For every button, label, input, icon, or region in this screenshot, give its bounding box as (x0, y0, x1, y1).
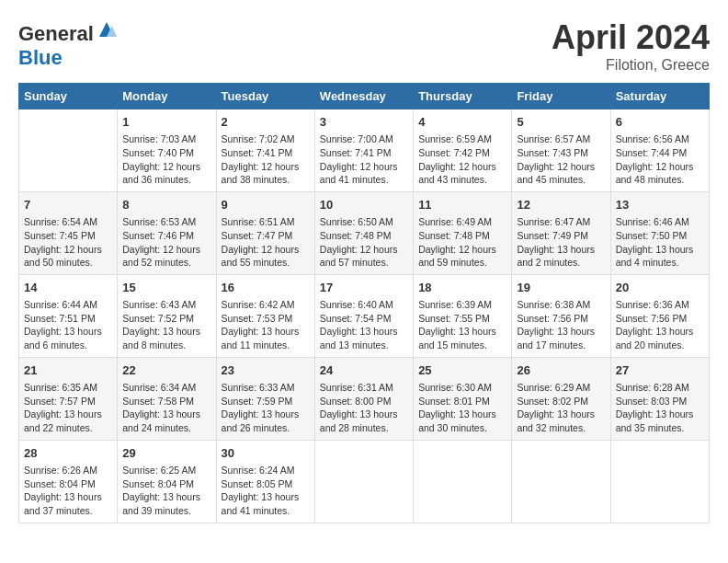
month-title: April 2024 (552, 18, 710, 57)
calendar-cell: 20Sunrise: 6:36 AM Sunset: 7:56 PM Dayli… (610, 274, 709, 357)
day-info: Sunrise: 6:33 AM Sunset: 7:59 PM Dayligh… (222, 381, 310, 435)
day-info: Sunrise: 6:47 AM Sunset: 7:49 PM Dayligh… (517, 215, 605, 270)
day-number: 26 (517, 362, 605, 379)
calendar-cell: 6Sunrise: 6:56 AM Sunset: 7:44 PM Daylig… (610, 109, 709, 192)
day-number: 18 (418, 280, 506, 296)
calendar-cell: 16Sunrise: 6:42 AM Sunset: 7:53 PM Dayli… (216, 274, 314, 357)
calendar-cell: 5Sunrise: 6:57 AM Sunset: 7:43 PM Daylig… (512, 109, 610, 192)
day-number: 16 (222, 280, 310, 296)
calendar-cell: 1Sunrise: 7:03 AM Sunset: 7:40 PM Daylig… (118, 109, 216, 192)
day-number: 24 (320, 362, 408, 379)
day-info: Sunrise: 6:54 AM Sunset: 7:45 PM Dayligh… (24, 215, 112, 270)
calendar-cell: 11Sunrise: 6:49 AM Sunset: 7:48 PM Dayli… (414, 191, 512, 274)
weekday-header: Sunday (19, 84, 118, 109)
calendar-table: SundayMondayTuesdayWednesdayThursdayFrid… (18, 83, 710, 523)
calendar-week-row: 14Sunrise: 6:44 AM Sunset: 7:51 PM Dayli… (19, 274, 710, 357)
header-row: SundayMondayTuesdayWednesdayThursdayFrid… (19, 84, 710, 109)
day-info: Sunrise: 6:57 AM Sunset: 7:43 PM Dayligh… (517, 132, 605, 187)
calendar-cell: 9Sunrise: 6:51 AM Sunset: 7:47 PM Daylig… (216, 191, 314, 274)
day-info: Sunrise: 6:38 AM Sunset: 7:56 PM Dayligh… (517, 298, 605, 352)
day-info: Sunrise: 6:35 AM Sunset: 7:57 PM Dayligh… (24, 381, 112, 435)
day-info: Sunrise: 6:43 AM Sunset: 7:52 PM Dayligh… (122, 298, 210, 352)
day-number: 6 (616, 114, 704, 131)
calendar-cell: 4Sunrise: 6:59 AM Sunset: 7:42 PM Daylig… (414, 109, 512, 192)
day-info: Sunrise: 6:29 AM Sunset: 8:02 PM Dayligh… (517, 381, 605, 435)
day-info: Sunrise: 6:31 AM Sunset: 8:00 PM Dayligh… (320, 381, 408, 435)
day-number: 27 (616, 362, 704, 379)
calendar-week-row: 21Sunrise: 6:35 AM Sunset: 7:57 PM Dayli… (19, 357, 710, 440)
day-number: 20 (616, 280, 704, 296)
calendar-cell: 27Sunrise: 6:28 AM Sunset: 8:03 PM Dayli… (610, 357, 709, 440)
day-info: Sunrise: 6:42 AM Sunset: 7:53 PM Dayligh… (222, 298, 310, 352)
calendar-cell: 18Sunrise: 6:39 AM Sunset: 7:55 PM Dayli… (414, 274, 512, 357)
day-info: Sunrise: 6:44 AM Sunset: 7:51 PM Dayligh… (24, 298, 112, 352)
day-number: 23 (222, 362, 310, 379)
calendar-cell: 15Sunrise: 6:43 AM Sunset: 7:52 PM Dayli… (118, 274, 216, 357)
calendar-cell: 26Sunrise: 6:29 AM Sunset: 8:02 PM Dayli… (512, 357, 610, 440)
day-info: Sunrise: 6:25 AM Sunset: 8:04 PM Dayligh… (122, 464, 210, 518)
day-info: Sunrise: 7:00 AM Sunset: 7:41 PM Dayligh… (320, 132, 408, 187)
day-info: Sunrise: 6:30 AM Sunset: 8:01 PM Dayligh… (418, 381, 506, 435)
day-number: 22 (122, 362, 210, 379)
day-number: 2 (222, 114, 310, 131)
day-number: 11 (418, 197, 506, 213)
day-number: 9 (222, 197, 310, 213)
day-info: Sunrise: 6:40 AM Sunset: 7:54 PM Dayligh… (320, 298, 408, 352)
logo-general: General (18, 22, 94, 45)
calendar-cell: 30Sunrise: 6:24 AM Sunset: 8:05 PM Dayli… (216, 440, 314, 523)
calendar-week-row: 7Sunrise: 6:54 AM Sunset: 7:45 PM Daylig… (19, 191, 710, 274)
weekday-header: Friday (512, 84, 610, 109)
day-number: 7 (24, 197, 112, 213)
logo-icon (96, 18, 118, 40)
day-number: 19 (517, 280, 605, 296)
calendar-cell: 17Sunrise: 6:40 AM Sunset: 7:54 PM Dayli… (314, 274, 413, 357)
calendar-cell (19, 109, 118, 192)
calendar-cell: 8Sunrise: 6:53 AM Sunset: 7:46 PM Daylig… (118, 191, 216, 274)
weekday-header: Thursday (414, 84, 512, 109)
calendar-cell: 24Sunrise: 6:31 AM Sunset: 8:00 PM Dayli… (314, 357, 413, 440)
calendar-cell: 29Sunrise: 6:25 AM Sunset: 8:04 PM Dayli… (118, 440, 216, 523)
day-info: Sunrise: 6:49 AM Sunset: 7:48 PM Dayligh… (418, 215, 506, 270)
title-block: April 2024 Filotion, Greece (552, 18, 710, 74)
day-number: 3 (320, 114, 408, 131)
day-number: 13 (616, 197, 704, 213)
day-info: Sunrise: 6:24 AM Sunset: 8:05 PM Dayligh… (222, 464, 310, 518)
day-info: Sunrise: 6:46 AM Sunset: 7:50 PM Dayligh… (616, 215, 704, 270)
day-info: Sunrise: 6:26 AM Sunset: 8:04 PM Dayligh… (24, 464, 112, 518)
day-number: 17 (320, 280, 408, 296)
day-number: 4 (418, 114, 506, 131)
calendar-cell: 2Sunrise: 7:02 AM Sunset: 7:41 PM Daylig… (216, 109, 314, 192)
weekday-header: Wednesday (314, 84, 413, 109)
calendar-cell: 14Sunrise: 6:44 AM Sunset: 7:51 PM Dayli… (19, 274, 118, 357)
day-number: 10 (320, 197, 408, 213)
day-info: Sunrise: 7:03 AM Sunset: 7:40 PM Dayligh… (122, 132, 210, 187)
weekday-header: Monday (118, 84, 216, 109)
calendar-cell: 28Sunrise: 6:26 AM Sunset: 8:04 PM Dayli… (19, 440, 118, 523)
day-number: 15 (122, 280, 210, 296)
day-info: Sunrise: 6:53 AM Sunset: 7:46 PM Dayligh… (122, 215, 210, 270)
day-number: 29 (122, 445, 210, 462)
logo-blue: Blue (18, 46, 63, 69)
weekday-header: Saturday (610, 84, 709, 109)
calendar-cell: 22Sunrise: 6:34 AM Sunset: 7:58 PM Dayli… (118, 357, 216, 440)
calendar-cell: 3Sunrise: 7:00 AM Sunset: 7:41 PM Daylig… (314, 109, 413, 192)
day-number: 1 (122, 114, 210, 131)
calendar-cell: 21Sunrise: 6:35 AM Sunset: 7:57 PM Dayli… (19, 357, 118, 440)
day-info: Sunrise: 6:51 AM Sunset: 7:47 PM Dayligh… (222, 215, 310, 270)
day-number: 12 (517, 197, 605, 213)
calendar-cell: 7Sunrise: 6:54 AM Sunset: 7:45 PM Daylig… (19, 191, 118, 274)
calendar-cell: 19Sunrise: 6:38 AM Sunset: 7:56 PM Dayli… (512, 274, 610, 357)
calendar-cell (314, 440, 413, 523)
day-info: Sunrise: 7:02 AM Sunset: 7:41 PM Dayligh… (222, 132, 310, 187)
day-info: Sunrise: 6:34 AM Sunset: 7:58 PM Dayligh… (122, 381, 210, 435)
day-number: 8 (122, 197, 210, 213)
day-number: 21 (24, 362, 112, 379)
calendar-week-row: 1Sunrise: 7:03 AM Sunset: 7:40 PM Daylig… (19, 109, 710, 192)
day-info: Sunrise: 6:28 AM Sunset: 8:03 PM Dayligh… (616, 381, 704, 435)
day-info: Sunrise: 6:56 AM Sunset: 7:44 PM Dayligh… (616, 132, 704, 187)
calendar-cell: 12Sunrise: 6:47 AM Sunset: 7:49 PM Dayli… (512, 191, 610, 274)
day-number: 30 (222, 445, 310, 462)
day-info: Sunrise: 6:36 AM Sunset: 7:56 PM Dayligh… (616, 298, 704, 352)
calendar-cell: 23Sunrise: 6:33 AM Sunset: 7:59 PM Dayli… (216, 357, 314, 440)
day-number: 14 (24, 280, 112, 296)
